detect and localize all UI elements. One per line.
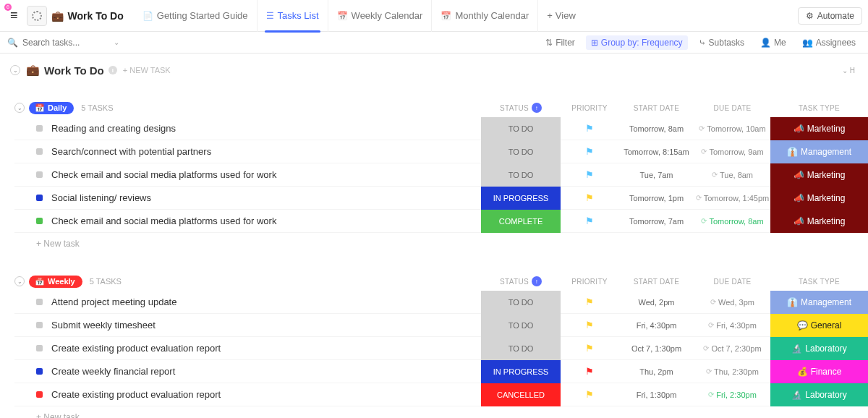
task-name[interactable]: Create weekly financial report [51,366,481,377]
collapse-group-button[interactable]: ⌄ [14,103,25,113]
task-row[interactable]: Search/connect with potential partners T… [14,140,868,163]
task-name[interactable]: Search/connect with potential partners [51,146,481,157]
type-cell[interactable]: 💬General [770,314,868,337]
info-icon[interactable]: i [109,66,117,74]
priority-cell[interactable]: ⚑ [561,140,618,163]
col-priority[interactable]: PRIORITY [561,103,618,113]
start-date-cell[interactable]: Tue, 7am [618,163,694,187]
start-date-cell[interactable]: Thu, 2pm [618,360,694,383]
due-date-cell[interactable]: ⟳Fri, 2:30pm [694,383,770,406]
col-due[interactable]: DUE DATE [694,276,770,286]
search-input[interactable] [22,38,109,48]
status-cell[interactable]: CANCELLED [481,383,561,406]
task-row[interactable]: Create weekly financial report IN PROGRE… [14,360,868,383]
view-tab-1[interactable]: ☰Tasks List [258,0,328,32]
group-badge[interactable]: 📅Daily [29,102,74,114]
status-cell[interactable]: IN PROGRESS [481,360,561,383]
hide-columns-icon[interactable]: ⌄ H [842,67,861,74]
view-tab-0[interactable]: 📄Getting Started Guide [134,0,258,32]
col-start[interactable]: START DATE [618,103,694,113]
task-name[interactable]: Social listening/ reviews [51,192,481,203]
task-row[interactable]: Create existing product evaluation repor… [14,383,868,406]
type-cell[interactable]: 👔Management [770,140,868,163]
status-cell[interactable]: COMPLETE [481,210,561,233]
due-date-cell[interactable]: ⟳Tomorrow, 10am [694,117,770,140]
task-row[interactable]: Social listening/ reviews IN PROGRESS ⚑ … [14,187,868,210]
task-name[interactable]: Submit weekly timesheet [51,320,481,330]
priority-cell[interactable]: ⚑ [561,117,618,140]
new-task-button[interactable]: + New task [14,233,868,255]
priority-cell[interactable]: ⚑ [561,314,618,337]
start-date-cell[interactable]: Tomorrow, 7am [618,210,694,233]
type-cell[interactable]: 👔Management [770,291,868,314]
task-name[interactable]: Check email and social media platforms u… [51,169,481,180]
status-cell[interactable]: TO DO [481,291,561,314]
menu-toggle[interactable]: ≡6 [6,5,22,26]
view-tab-2[interactable]: 📅Weekly Calendar [328,0,433,32]
status-cell[interactable]: IN PROGRESS [481,187,561,210]
groupby-button[interactable]: ⊞Group by: Frequency [586,35,688,50]
type-cell[interactable]: 📣Marketing [770,117,868,140]
automate-button[interactable]: ⚙ Automate [798,7,862,25]
start-date-cell[interactable]: Fri, 4:30pm [618,314,694,337]
task-row[interactable]: Check email and social media platforms u… [14,163,868,187]
start-date-cell[interactable]: Fri, 1:30pm [618,383,694,406]
search-dropdown-icon[interactable]: ⌄ [114,38,119,46]
collapse-group-button[interactable]: ⌄ [14,276,25,286]
new-task-header-button[interactable]: + NEW TASK [123,66,171,74]
task-name[interactable]: Attend project meeting update [51,297,481,307]
priority-cell[interactable]: ⚑ [561,337,618,360]
due-date-cell[interactable]: ⟳Wed, 3pm [694,291,770,314]
priority-cell[interactable]: ⚑ [561,360,618,383]
status-cell[interactable]: TO DO [481,163,561,187]
status-cell[interactable]: TO DO [481,140,561,163]
task-name[interactable]: Create existing product evaluation repor… [51,343,481,354]
start-date-cell[interactable]: Tomorrow, 8am [618,117,694,140]
type-cell[interactable]: 🔬Laboratory [770,337,868,360]
priority-cell[interactable]: ⚑ [561,163,618,187]
start-date-cell[interactable]: Oct 7, 1:30pm [618,337,694,360]
col-start[interactable]: START DATE [618,276,694,286]
col-type[interactable]: TASK TYPE [770,103,868,113]
add-view-button[interactable]: + View [538,10,584,21]
type-cell[interactable]: 💰Finance [770,360,868,383]
start-date-cell[interactable]: Tomorrow, 1pm [618,187,694,210]
due-date-cell[interactable]: ⟳Tomorrow, 9am [694,140,770,163]
type-cell[interactable]: 🔬Laboratory [770,383,868,406]
task-row[interactable]: Reading and creating designs TO DO ⚑ Tom… [14,117,868,140]
col-type[interactable]: TASK TYPE [770,276,868,286]
group-badge[interactable]: 📅Weekly [29,276,82,288]
priority-cell[interactable]: ⚑ [561,383,618,406]
due-date-cell[interactable]: ⟳Tomorrow, 8am [694,210,770,233]
task-name[interactable]: Create existing product evaluation repor… [51,389,481,400]
task-row[interactable]: Check email and social media platforms u… [14,210,868,233]
task-name[interactable]: Check email and social media platforms u… [51,216,481,226]
collapse-list-button[interactable]: ⌄ [10,65,20,75]
start-date-cell[interactable]: Wed, 2pm [618,291,694,314]
task-name[interactable]: Reading and creating designs [51,123,481,134]
due-date-cell[interactable]: ⟳Tomorrow, 1:45pm [694,187,770,210]
type-cell[interactable]: 📣Marketing [770,163,868,187]
col-priority[interactable]: PRIORITY [561,276,618,286]
new-task-button[interactable]: + New task [14,406,868,418]
col-due[interactable]: DUE DATE [694,103,770,113]
due-date-cell[interactable]: ⟳Fri, 4:30pm [694,314,770,337]
type-cell[interactable]: 📣Marketing [770,187,868,210]
status-cell[interactable]: TO DO [481,337,561,360]
due-date-cell[interactable]: ⟳Oct 7, 2:30pm [694,337,770,360]
status-cell[interactable]: TO DO [481,117,561,140]
col-status[interactable]: STATUS↑ [481,276,561,286]
task-row[interactable]: Submit weekly timesheet TO DO ⚑ Fri, 4:3… [14,314,868,337]
priority-cell[interactable]: ⚑ [561,187,618,210]
due-date-cell[interactable]: ⟳Thu, 2:30pm [694,360,770,383]
assignees-button[interactable]: 👥Assignees [797,35,861,50]
view-tab-3[interactable]: 📅Monthly Calendar [432,0,538,32]
priority-cell[interactable]: ⚑ [561,291,618,314]
col-status[interactable]: STATUS↑ [481,103,561,113]
task-row[interactable]: Create existing product evaluation repor… [14,337,868,360]
filter-button[interactable]: ⇅Filter [540,35,580,50]
subtasks-button[interactable]: ⤷Subtasks [694,35,749,50]
me-button[interactable]: 👤Me [755,35,791,50]
status-cell[interactable]: TO DO [481,314,561,337]
type-cell[interactable]: 📣Marketing [770,210,868,233]
